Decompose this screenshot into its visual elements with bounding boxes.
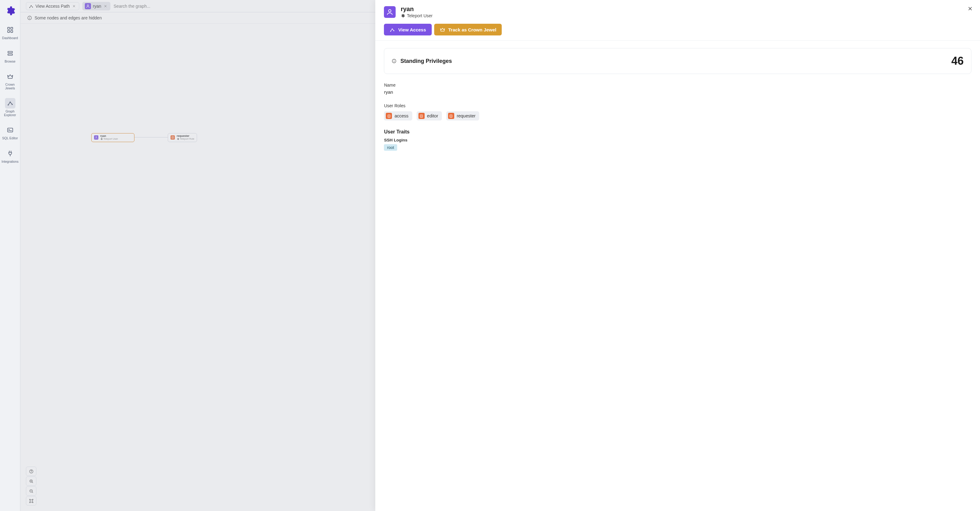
path-icon bbox=[390, 27, 395, 32]
view-access-button[interactable]: View Access bbox=[384, 24, 431, 35]
section-heading: User Traits bbox=[384, 129, 971, 135]
panel-header: ryan Teleport User View Access Track as … bbox=[375, 0, 980, 41]
name-value: ryan bbox=[384, 89, 971, 95]
sidebar-item-sql-editor[interactable]: SQL Editor bbox=[1, 123, 19, 142]
ssh-login-chip[interactable]: root bbox=[384, 144, 397, 151]
name-section: Name ryan bbox=[384, 83, 971, 95]
sidebar-item-browse[interactable]: Browse bbox=[1, 46, 19, 65]
sidebar-item-graph-explorer[interactable]: Graph Explorer bbox=[1, 96, 19, 119]
sidebar-item-label: Browse bbox=[5, 60, 16, 63]
field-label: User Roles bbox=[384, 103, 971, 108]
ssh-logins-label: SSH Logins bbox=[384, 138, 971, 143]
crown-icon bbox=[5, 71, 16, 82]
user-roles-section: User Roles access editor requester bbox=[384, 103, 971, 121]
track-crown-jewel-button[interactable]: Track as Crown Jewel bbox=[434, 24, 502, 35]
field-label: Name bbox=[384, 83, 971, 87]
standing-privileges-card[interactable]: Standing Privileges 46 bbox=[384, 48, 971, 74]
sidebar-item-dashboard[interactable]: Dashboard bbox=[1, 23, 19, 42]
user-traits-section: User Traits SSH Logins root bbox=[384, 129, 971, 151]
terminal-icon bbox=[5, 125, 16, 135]
info-icon bbox=[391, 59, 396, 63]
privileges-count: 46 bbox=[951, 54, 964, 68]
role-icon bbox=[418, 113, 425, 119]
panel-body: Standing Privileges 46 Name ryan User Ro… bbox=[375, 41, 980, 511]
sidebar-item-label: Crown Jewels bbox=[1, 83, 19, 90]
sidebar-item-crown-jewels[interactable]: Crown Jewels bbox=[1, 69, 19, 92]
panel-subtitle: Teleport User bbox=[401, 13, 432, 18]
graph-icon bbox=[5, 98, 16, 108]
sidebar-item-label: Dashboard bbox=[2, 36, 18, 40]
layers-icon bbox=[5, 48, 16, 59]
plug-icon bbox=[5, 148, 16, 159]
sidebar-item-integrations[interactable]: Integrations bbox=[1, 146, 19, 165]
panel-title: ryan bbox=[401, 6, 432, 13]
role-icon bbox=[386, 113, 392, 119]
role-chip-editor[interactable]: editor bbox=[417, 111, 442, 121]
close-button[interactable] bbox=[966, 4, 974, 13]
user-icon bbox=[384, 6, 396, 18]
sidebar-item-label: SQL Editor bbox=[2, 136, 18, 140]
app-logo-icon bbox=[5, 6, 16, 16]
sidebar-item-label: Graph Explorer bbox=[1, 110, 19, 117]
gear-icon bbox=[401, 14, 405, 18]
card-label: Standing Privileges bbox=[400, 58, 452, 64]
main-content: View Access Path ryan Some nodes and edg… bbox=[20, 0, 980, 511]
role-chip-access[interactable]: access bbox=[384, 111, 412, 121]
grid-icon bbox=[5, 25, 16, 35]
sidebar: Dashboard Browse Crown Jewels Graph Expl… bbox=[0, 0, 20, 511]
role-icon bbox=[448, 113, 454, 119]
sidebar-item-label: Integrations bbox=[2, 160, 19, 163]
role-chip-requester[interactable]: requester bbox=[446, 111, 479, 121]
crown-icon bbox=[440, 27, 445, 32]
details-panel: ryan Teleport User View Access Track as … bbox=[375, 0, 980, 511]
